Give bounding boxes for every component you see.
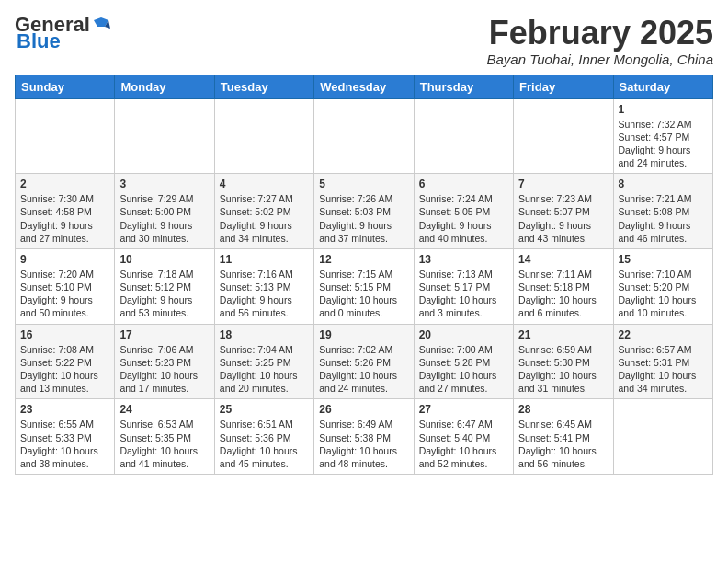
day-info: Sunrise: 6:59 AM Sunset: 5:30 PM Dayligh… (518, 343, 608, 396)
calendar-cell: 25Sunrise: 6:51 AM Sunset: 5:36 PM Dayli… (214, 399, 313, 475)
month-title: February 2025 (486, 15, 713, 52)
day-info: Sunrise: 7:32 AM Sunset: 4:57 PM Dayligh… (619, 118, 708, 170)
day-number: 6 (419, 178, 508, 190)
day-info: Sunrise: 7:18 AM Sunset: 5:12 PM Dayligh… (119, 268, 209, 320)
day-info: Sunrise: 7:16 AM Sunset: 5:13 PM Dayligh… (220, 268, 309, 320)
calendar-cell: 16Sunrise: 7:08 AM Sunset: 5:22 PM Dayli… (16, 324, 115, 399)
calendar-body: 1Sunrise: 7:32 AM Sunset: 4:57 PM Daylig… (16, 98, 713, 474)
day-info: Sunrise: 7:30 AM Sunset: 4:58 PM Dayligh… (20, 192, 109, 245)
calendar-cell: 3Sunrise: 7:29 AM Sunset: 5:00 PM Daylig… (115, 174, 214, 249)
logo-icon (92, 14, 110, 32)
day-info: Sunrise: 7:21 AM Sunset: 5:08 PM Dayligh… (619, 192, 708, 245)
day-info: Sunrise: 7:10 AM Sunset: 5:20 PM Dayligh… (619, 268, 708, 320)
calendar-cell: 21Sunrise: 6:59 AM Sunset: 5:30 PM Dayli… (514, 324, 613, 399)
title-block: February 2025 Bayan Tuohai, Inner Mongol… (486, 15, 713, 67)
day-number: 18 (220, 328, 309, 341)
weekday-sunday: Sunday (16, 75, 115, 98)
day-number: 4 (220, 178, 309, 190)
day-number: 26 (319, 403, 408, 416)
day-number: 27 (419, 403, 508, 416)
calendar-cell: 6Sunrise: 7:24 AM Sunset: 5:05 PM Daylig… (414, 174, 513, 249)
day-info: Sunrise: 7:29 AM Sunset: 5:00 PM Dayligh… (119, 192, 209, 245)
day-number: 21 (518, 328, 608, 341)
calendar-cell: 13Sunrise: 7:13 AM Sunset: 5:17 PM Dayli… (414, 248, 513, 324)
calendar-cell: 15Sunrise: 7:10 AM Sunset: 5:20 PM Dayli… (613, 248, 712, 324)
calendar-cell (613, 399, 712, 475)
day-info: Sunrise: 7:20 AM Sunset: 5:10 PM Dayligh… (20, 268, 109, 320)
calendar-week-1: 1Sunrise: 7:32 AM Sunset: 4:57 PM Daylig… (16, 98, 713, 174)
logo-blue: Blue (15, 31, 61, 52)
day-info: Sunrise: 7:24 AM Sunset: 5:05 PM Dayligh… (419, 192, 508, 245)
day-info: Sunrise: 7:15 AM Sunset: 5:15 PM Dayligh… (319, 268, 408, 320)
calendar-cell: 8Sunrise: 7:21 AM Sunset: 5:08 PM Daylig… (613, 174, 712, 249)
day-info: Sunrise: 6:47 AM Sunset: 5:40 PM Dayligh… (419, 418, 508, 470)
day-info: Sunrise: 6:55 AM Sunset: 5:33 PM Dayligh… (20, 418, 109, 470)
calendar-cell (214, 98, 313, 174)
calendar-cell: 12Sunrise: 7:15 AM Sunset: 5:15 PM Dayli… (314, 248, 414, 324)
calendar-cell: 9Sunrise: 7:20 AM Sunset: 5:10 PM Daylig… (16, 248, 115, 324)
day-info: Sunrise: 7:08 AM Sunset: 5:22 PM Dayligh… (20, 343, 109, 396)
day-info: Sunrise: 7:27 AM Sunset: 5:02 PM Dayligh… (220, 192, 309, 245)
weekday-wednesday: Wednesday (314, 75, 414, 98)
day-info: Sunrise: 7:04 AM Sunset: 5:25 PM Dayligh… (220, 343, 309, 396)
day-number: 19 (319, 328, 408, 341)
day-info: Sunrise: 7:23 AM Sunset: 5:07 PM Dayligh… (518, 192, 608, 245)
day-number: 20 (419, 328, 508, 341)
weekday-monday: Monday (115, 75, 214, 98)
weekday-saturday: Saturday (613, 75, 712, 98)
logo: General Blue (15, 15, 110, 52)
weekday-friday: Friday (514, 75, 613, 98)
day-info: Sunrise: 6:45 AM Sunset: 5:41 PM Dayligh… (518, 418, 608, 470)
day-number: 22 (619, 328, 708, 341)
day-number: 5 (319, 178, 408, 190)
calendar-cell: 28Sunrise: 6:45 AM Sunset: 5:41 PM Dayli… (514, 399, 613, 475)
calendar-cell: 24Sunrise: 6:53 AM Sunset: 5:35 PM Dayli… (115, 399, 214, 475)
day-number: 12 (319, 253, 408, 266)
calendar-week-2: 2Sunrise: 7:30 AM Sunset: 4:58 PM Daylig… (16, 174, 713, 249)
day-number: 14 (518, 253, 608, 266)
day-number: 7 (518, 178, 608, 190)
day-info: Sunrise: 7:02 AM Sunset: 5:26 PM Dayligh… (319, 343, 408, 396)
day-info: Sunrise: 6:51 AM Sunset: 5:36 PM Dayligh… (220, 418, 309, 470)
calendar-cell: 23Sunrise: 6:55 AM Sunset: 5:33 PM Dayli… (16, 399, 115, 475)
calendar: SundayMondayTuesdayWednesdayThursdayFrid… (15, 75, 713, 475)
calendar-cell: 10Sunrise: 7:18 AM Sunset: 5:12 PM Dayli… (115, 248, 214, 324)
calendar-cell: 7Sunrise: 7:23 AM Sunset: 5:07 PM Daylig… (514, 174, 613, 249)
calendar-cell: 4Sunrise: 7:27 AM Sunset: 5:02 PM Daylig… (214, 174, 313, 249)
day-number: 1 (619, 103, 708, 116)
day-number: 3 (119, 178, 209, 190)
day-info: Sunrise: 6:57 AM Sunset: 5:31 PM Dayligh… (619, 343, 708, 396)
calendar-cell (314, 98, 414, 174)
day-info: Sunrise: 7:26 AM Sunset: 5:03 PM Dayligh… (319, 192, 408, 245)
calendar-cell (414, 98, 513, 174)
calendar-cell: 2Sunrise: 7:30 AM Sunset: 4:58 PM Daylig… (16, 174, 115, 249)
day-info: Sunrise: 7:06 AM Sunset: 5:23 PM Dayligh… (119, 343, 209, 396)
day-number: 28 (518, 403, 608, 416)
day-number: 24 (119, 403, 209, 416)
day-number: 8 (619, 178, 708, 190)
day-info: Sunrise: 7:00 AM Sunset: 5:28 PM Dayligh… (419, 343, 508, 396)
calendar-cell (115, 98, 214, 174)
calendar-cell: 26Sunrise: 6:49 AM Sunset: 5:38 PM Dayli… (314, 399, 414, 475)
day-number: 11 (220, 253, 309, 266)
calendar-cell: 18Sunrise: 7:04 AM Sunset: 5:25 PM Dayli… (214, 324, 313, 399)
calendar-cell: 27Sunrise: 6:47 AM Sunset: 5:40 PM Dayli… (414, 399, 513, 475)
day-info: Sunrise: 6:49 AM Sunset: 5:38 PM Dayligh… (319, 418, 408, 470)
day-number: 9 (20, 253, 109, 266)
day-number: 2 (20, 178, 109, 190)
calendar-cell: 20Sunrise: 7:00 AM Sunset: 5:28 PM Dayli… (414, 324, 513, 399)
calendar-cell: 1Sunrise: 7:32 AM Sunset: 4:57 PM Daylig… (613, 98, 712, 174)
page-header: General Blue February 2025 Bayan Tuohai,… (15, 15, 713, 67)
day-info: Sunrise: 7:11 AM Sunset: 5:18 PM Dayligh… (518, 268, 608, 320)
day-number: 17 (119, 328, 209, 341)
calendar-week-3: 9Sunrise: 7:20 AM Sunset: 5:10 PM Daylig… (16, 248, 713, 324)
location: Bayan Tuohai, Inner Mongolia, China (486, 52, 713, 67)
calendar-week-4: 16Sunrise: 7:08 AM Sunset: 5:22 PM Dayli… (16, 324, 713, 399)
calendar-cell: 11Sunrise: 7:16 AM Sunset: 5:13 PM Dayli… (214, 248, 313, 324)
day-number: 10 (119, 253, 209, 266)
calendar-cell: 19Sunrise: 7:02 AM Sunset: 5:26 PM Dayli… (314, 324, 414, 399)
calendar-cell: 5Sunrise: 7:26 AM Sunset: 5:03 PM Daylig… (314, 174, 414, 249)
calendar-week-5: 23Sunrise: 6:55 AM Sunset: 5:33 PM Dayli… (16, 399, 713, 475)
calendar-cell: 17Sunrise: 7:06 AM Sunset: 5:23 PM Dayli… (115, 324, 214, 399)
day-number: 16 (20, 328, 109, 341)
